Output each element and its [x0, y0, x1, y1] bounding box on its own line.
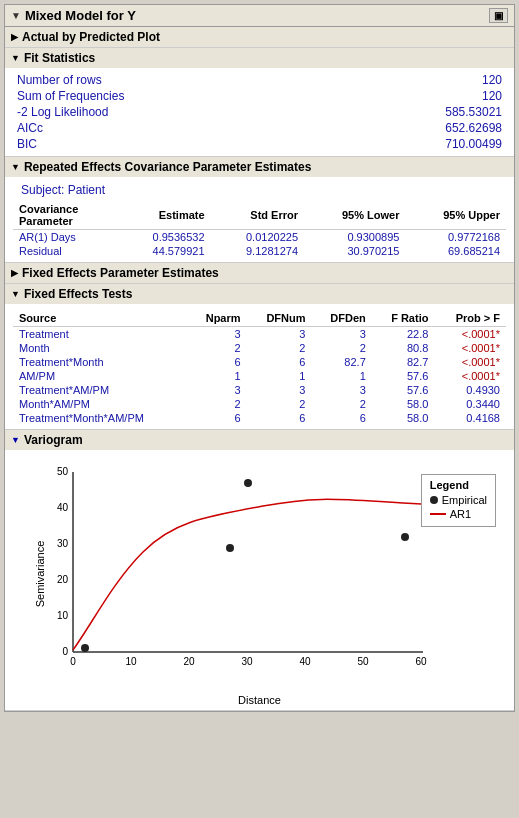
ar1-curve	[73, 499, 421, 650]
y-axis-label: Semivariance	[34, 541, 46, 608]
fit-statistics-header[interactable]: ▼ Fit Statistics	[5, 48, 514, 68]
fe-row: Month*AM/PM22258.00.3440	[13, 397, 506, 411]
covariance-table: CovarianceParameter Estimate Std Error 9…	[13, 201, 506, 258]
corner-button[interactable]: ▣	[489, 8, 508, 23]
fe-prob: <.0001*	[434, 341, 506, 355]
fe-nparm: 2	[187, 341, 247, 355]
fixed-effects-tests-title: Fixed Effects Tests	[24, 287, 132, 301]
fe-source: Month*AM/PM	[13, 397, 187, 411]
fit-statistics-table: Number of rows120Sum of Frequencies120-2…	[13, 72, 506, 152]
fe-source: AM/PM	[13, 369, 187, 383]
subject-label: Subject: Patient	[13, 181, 506, 199]
fixed-effects-tests-content: Source Nparm DFNum DFDen F Ratio Prob > …	[5, 304, 514, 429]
variogram-title: Variogram	[24, 433, 83, 447]
svg-text:20: 20	[183, 656, 195, 667]
fixed-effects-param-title: Fixed Effects Parameter Estimates	[22, 266, 219, 280]
fixed-effects-table: Source Nparm DFNum DFDen F Ratio Prob > …	[13, 310, 506, 425]
cov-row: Residual44.5799219.128127430.97021569.68…	[13, 244, 506, 258]
fe-source: Treatment*Month*AM/PM	[13, 411, 187, 425]
svg-text:60: 60	[415, 656, 427, 667]
fe-dfnum: 3	[247, 327, 312, 342]
actual-predicted-header[interactable]: ▶ Actual by Predicted Plot	[5, 27, 514, 47]
cov-col-param: CovarianceParameter	[13, 201, 117, 230]
fit-value: 710.00499	[329, 136, 506, 152]
cov-stderr: 0.0120225	[211, 230, 304, 245]
variogram-header[interactable]: ▼ Variogram	[5, 430, 514, 450]
cov-upper: 0.9772168	[405, 230, 506, 245]
cov-col-estimate: Estimate	[117, 201, 210, 230]
fe-dfnum: 6	[247, 411, 312, 425]
fe-source: Treatment	[13, 327, 187, 342]
fe-source: Treatment*AM/PM	[13, 383, 187, 397]
svg-text:10: 10	[125, 656, 137, 667]
data-point-3	[244, 479, 252, 487]
svg-text:40: 40	[299, 656, 311, 667]
fe-dfden: 1	[311, 369, 371, 383]
svg-text:50: 50	[357, 656, 369, 667]
fixed-effects-tests-header[interactable]: ▼ Fixed Effects Tests	[5, 284, 514, 304]
fe-prob: <.0001*	[434, 327, 506, 342]
svg-text:0: 0	[70, 656, 76, 667]
fe-col-fratio: F Ratio	[372, 310, 435, 327]
variogram-chart: 0 10 20 30 40 50 0 10 20 30 40 50 60	[33, 462, 453, 682]
fe-row: Treatment33322.8<.0001*	[13, 327, 506, 342]
cov-row: AR(1) Days0.95365320.01202250.93008950.9…	[13, 230, 506, 245]
data-point-4	[401, 533, 409, 541]
fe-prob: 0.4168	[434, 411, 506, 425]
fit-stats-row: BIC710.00499	[13, 136, 506, 152]
fe-col-dfnum: DFNum	[247, 310, 312, 327]
repeated-effects-content: Subject: Patient CovarianceParameter Est…	[5, 177, 514, 262]
fe-nparm: 3	[187, 383, 247, 397]
fit-stats-triangle: ▼	[11, 53, 20, 63]
fit-label: -2 Log Likelihood	[13, 104, 329, 120]
legend-box: Legend Empirical AR1	[421, 474, 496, 527]
variogram-content: Semivariance 0 10 20 30 40 50 0 10	[5, 450, 514, 710]
collapse-icon[interactable]: ▼	[11, 10, 21, 21]
variogram-section: ▼ Variogram Semivariance 0 10 20 30 40 5…	[5, 430, 514, 711]
cov-param: Residual	[13, 244, 117, 258]
legend-ar1-row: AR1	[430, 508, 487, 520]
fe-row: AM/PM11157.6<.0001*	[13, 369, 506, 383]
fit-value: 585.53021	[329, 104, 506, 120]
legend-empirical-label: Empirical	[442, 494, 487, 506]
svg-text:30: 30	[241, 656, 253, 667]
legend-empirical-dot	[430, 496, 438, 504]
fe-dfden: 2	[311, 397, 371, 411]
fe-row: Treatment*Month*AM/PM66658.00.4168	[13, 411, 506, 425]
fe-prob: 0.4930	[434, 383, 506, 397]
fixed-effects-param-header[interactable]: ▶ Fixed Effects Parameter Estimates	[5, 263, 514, 283]
svg-text:50: 50	[57, 466, 69, 477]
fe-col-source: Source	[13, 310, 187, 327]
fe-row: Treatment*Month6682.782.7<.0001*	[13, 355, 506, 369]
fe-nparm: 2	[187, 397, 247, 411]
cov-table-header-row: CovarianceParameter Estimate Std Error 9…	[13, 201, 506, 230]
fit-label: BIC	[13, 136, 329, 152]
panel-header: ▼ Mixed Model for Y ▣	[5, 5, 514, 27]
fe-dfnum: 2	[247, 341, 312, 355]
fe-col-prob: Prob > F	[434, 310, 506, 327]
fe-dfnum: 3	[247, 383, 312, 397]
fe-dfnum: 2	[247, 397, 312, 411]
fixed-effects-tests-triangle: ▼	[11, 289, 20, 299]
repeated-effects-title: Repeated Effects Covariance Parameter Es…	[24, 160, 311, 174]
fit-value: 120	[329, 88, 506, 104]
cov-upper: 69.685214	[405, 244, 506, 258]
fit-statistics-section: ▼ Fit Statistics Number of rows120Sum of…	[5, 48, 514, 157]
panel-title: Mixed Model for Y	[25, 8, 136, 23]
fit-stats-row: -2 Log Likelihood585.53021	[13, 104, 506, 120]
fe-dfden: 6	[311, 411, 371, 425]
fe-source: Treatment*Month	[13, 355, 187, 369]
fe-fratio: 57.6	[372, 383, 435, 397]
fe-fratio: 57.6	[372, 369, 435, 383]
cov-param: AR(1) Days	[13, 230, 117, 245]
legend-empirical-row: Empirical	[430, 494, 487, 506]
chart-area: Semivariance 0 10 20 30 40 50 0 10	[5, 454, 514, 694]
repeated-effects-section: ▼ Repeated Effects Covariance Parameter …	[5, 157, 514, 263]
fe-col-nparm: Nparm	[187, 310, 247, 327]
fe-table-header-row: Source Nparm DFNum DFDen F Ratio Prob > …	[13, 310, 506, 327]
x-axis-label: Distance	[5, 694, 514, 710]
cov-col-lower: 95% Lower	[304, 201, 405, 230]
fe-dfden: 3	[311, 327, 371, 342]
svg-text:40: 40	[57, 502, 69, 513]
repeated-effects-header[interactable]: ▼ Repeated Effects Covariance Parameter …	[5, 157, 514, 177]
